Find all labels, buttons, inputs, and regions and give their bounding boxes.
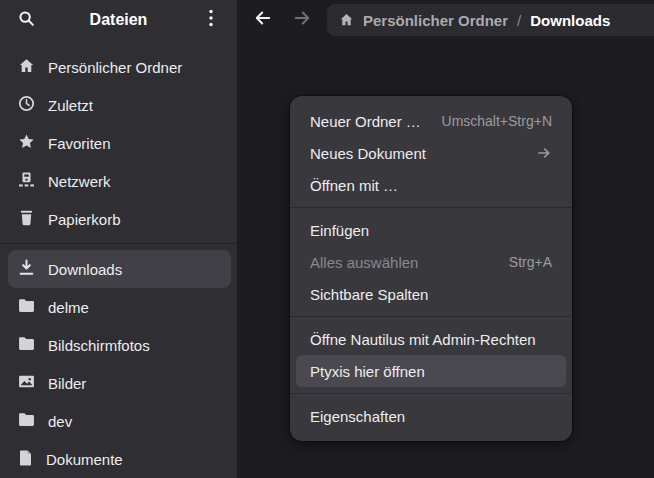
sidebar-item-recent[interactable]: Zuletzt — [8, 86, 231, 124]
menu-item-label: Neuer Ordner … — [310, 113, 430, 130]
breadcrumb-separator: / — [517, 12, 521, 29]
main-menu-button[interactable] — [199, 8, 223, 32]
image-icon — [18, 374, 35, 392]
sidebar-bookmarks: Downloads delme Bildschirmfotos Bilder d… — [0, 250, 237, 478]
sidebar-item-label: Bildschirmfotos — [48, 337, 150, 354]
trash-icon — [18, 209, 35, 229]
menu-item-label: Öffne Nautilus mit Admin-Rechten — [310, 331, 552, 348]
sidebar-item-label: Persönlicher Ordner — [48, 59, 182, 76]
sidebar-item-screenshots[interactable]: Bildschirmfotos — [8, 326, 231, 364]
context-menu: Neuer Ordner … Umschalt+Strg+N Neues Dok… — [290, 96, 572, 441]
sidebar-item-dev[interactable]: dev — [8, 402, 231, 440]
menu-item-label: Einfügen — [310, 222, 552, 239]
home-icon — [339, 13, 354, 27]
menu-item-visible-columns[interactable]: Sichtbare Spalten — [296, 278, 566, 310]
sidebar-item-home[interactable]: Persönlicher Ordner — [8, 48, 231, 86]
submenu-arrow-icon — [536, 146, 552, 160]
sidebar-item-pictures[interactable]: Bilder — [8, 364, 231, 402]
breadcrumb: Persönlicher Ordner / Downloads — [327, 4, 654, 36]
sidebar-item-label: dev — [48, 413, 72, 430]
kebab-menu-icon — [203, 9, 219, 31]
star-icon — [18, 133, 35, 153]
network-icon — [18, 171, 35, 191]
menu-item-shortcut: Strg+A — [509, 254, 552, 270]
menu-item-label: Öffnen mit … — [310, 177, 552, 194]
menu-item-label: Eigenschaften — [310, 408, 552, 425]
sidebar-places: Persönlicher Ordner Zuletzt Favoriten Ne… — [0, 40, 237, 238]
folder-icon — [18, 298, 35, 316]
document-icon — [18, 450, 33, 469]
menu-item-label: Alles auswählen — [310, 254, 497, 271]
menu-separator — [290, 316, 572, 317]
menu-item-label: Neues Dokument — [310, 145, 524, 162]
sidebar-item-label: Papierkorb — [48, 211, 121, 228]
back-button[interactable] — [248, 5, 278, 35]
menu-item-open-with[interactable]: Öffnen mit … — [296, 169, 566, 201]
sidebar-item-label: Bilder — [48, 375, 86, 392]
clock-icon — [18, 95, 35, 115]
sidebar-item-network[interactable]: Netzwerk — [8, 162, 231, 200]
menu-separator — [290, 393, 572, 394]
menu-item-open-nautilus-admin[interactable]: Öffne Nautilus mit Admin-Rechten — [296, 323, 566, 355]
sidebar-item-delme[interactable]: delme — [8, 288, 231, 326]
breadcrumb-current[interactable]: Downloads — [530, 12, 610, 29]
menu-item-properties[interactable]: Eigenschaften — [296, 400, 566, 432]
home-icon — [18, 58, 35, 77]
sidebar-header: Dateien — [0, 0, 237, 40]
folder-icon — [18, 412, 35, 430]
search-button[interactable] — [14, 8, 38, 32]
menu-item-shortcut: Umschalt+Strg+N — [442, 113, 552, 129]
sidebar-item-label: Netzwerk — [48, 173, 111, 190]
menu-item-new-document[interactable]: Neues Dokument — [296, 137, 566, 169]
sidebar-item-documents[interactable]: Dokumente — [8, 440, 231, 478]
sidebar-item-label: Downloads — [48, 261, 122, 278]
app-title: Dateien — [38, 11, 199, 29]
sidebar: Dateien Persönlicher Ordner Zuletzt Favo… — [0, 0, 238, 478]
sidebar-separator — [0, 243, 237, 244]
breadcrumb-parent[interactable]: Persönlicher Ordner — [363, 12, 508, 29]
forward-icon — [293, 10, 311, 30]
sidebar-item-starred[interactable]: Favoriten — [8, 124, 231, 162]
sidebar-item-label: Favoriten — [48, 135, 111, 152]
menu-item-label: Ptyxis hier öffnen — [310, 363, 552, 380]
menu-item-select-all[interactable]: Alles auswählen Strg+A — [296, 246, 566, 278]
main-pane: Persönlicher Ordner / Downloads Neuer Or… — [238, 0, 654, 478]
download-icon — [18, 259, 35, 279]
sidebar-item-label: delme — [48, 299, 89, 316]
menu-item-paste[interactable]: Einfügen — [296, 214, 566, 246]
sidebar-item-downloads[interactable]: Downloads — [8, 250, 231, 288]
search-icon — [18, 10, 35, 31]
folder-icon — [18, 336, 35, 354]
sidebar-item-label: Dokumente — [46, 451, 123, 468]
menu-item-label: Sichtbare Spalten — [310, 286, 552, 303]
menu-item-open-ptyxis-here[interactable]: Ptyxis hier öffnen — [296, 355, 566, 387]
forward-button[interactable] — [287, 5, 317, 35]
sidebar-item-trash[interactable]: Papierkorb — [8, 200, 231, 238]
back-icon — [254, 10, 272, 30]
menu-item-new-folder[interactable]: Neuer Ordner … Umschalt+Strg+N — [296, 105, 566, 137]
menu-separator — [290, 207, 572, 208]
sidebar-item-label: Zuletzt — [48, 97, 93, 114]
